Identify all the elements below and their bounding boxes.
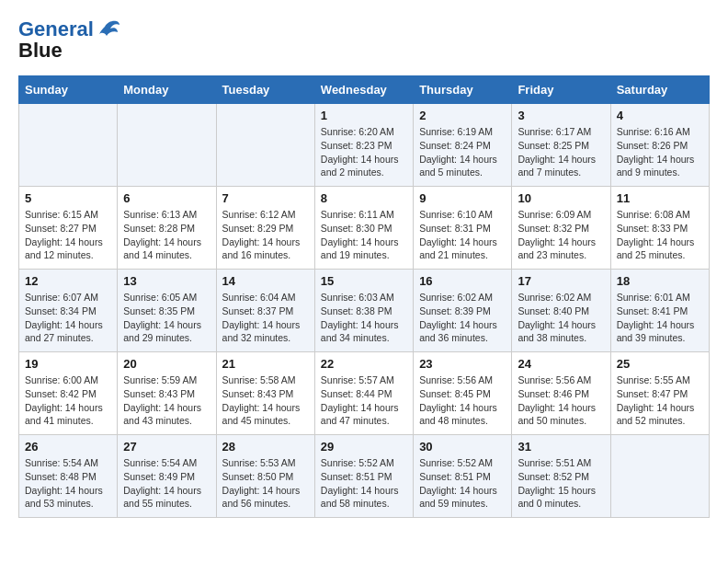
day-number: 21 (222, 357, 309, 371)
day-info: Sunrise: 5:58 AM Sunset: 8:43 PM Dayligh… (222, 373, 309, 428)
day-number: 13 (123, 274, 210, 288)
calendar-week-row: 12Sunrise: 6:07 AM Sunset: 8:34 PM Dayli… (19, 270, 710, 352)
calendar-cell: 2Sunrise: 6:19 AM Sunset: 8:24 PM Daylig… (414, 104, 512, 187)
day-number: 2 (419, 109, 506, 122)
weekday-header-tuesday: Tuesday (216, 76, 314, 104)
day-info: Sunrise: 5:52 AM Sunset: 8:51 PM Dayligh… (419, 456, 506, 511)
day-info: Sunrise: 5:57 AM Sunset: 8:44 PM Dayligh… (321, 373, 407, 428)
weekday-header-saturday: Saturday (610, 76, 709, 104)
weekday-header-wednesday: Wednesday (314, 76, 413, 104)
day-info: Sunrise: 6:00 AM Sunset: 8:42 PM Dayligh… (25, 373, 111, 428)
calendar-cell: 5Sunrise: 6:15 AM Sunset: 8:27 PM Daylig… (19, 187, 118, 270)
calendar-cell: 28Sunrise: 5:53 AM Sunset: 8:50 PM Dayli… (216, 435, 314, 518)
day-number: 19 (25, 357, 111, 371)
day-number: 28 (222, 440, 309, 454)
day-number: 5 (25, 191, 111, 205)
day-number: 9 (419, 191, 506, 205)
day-number: 25 (617, 357, 703, 371)
day-info: Sunrise: 6:16 AM Sunset: 8:26 PM Dayligh… (617, 125, 703, 179)
calendar-cell: 7Sunrise: 6:12 AM Sunset: 8:29 PM Daylig… (216, 187, 314, 270)
day-info: Sunrise: 6:15 AM Sunset: 8:27 PM Dayligh… (25, 208, 111, 262)
calendar-cell: 30Sunrise: 5:52 AM Sunset: 8:51 PM Dayli… (414, 435, 512, 518)
day-info: Sunrise: 6:02 AM Sunset: 8:40 PM Dayligh… (518, 291, 604, 345)
day-info: Sunrise: 5:53 AM Sunset: 8:50 PM Dayligh… (222, 456, 309, 511)
day-number: 14 (222, 274, 309, 288)
calendar-cell: 6Sunrise: 6:13 AM Sunset: 8:28 PM Daylig… (118, 187, 216, 270)
day-number: 23 (419, 357, 506, 371)
calendar-cell: 4Sunrise: 6:16 AM Sunset: 8:26 PM Daylig… (610, 104, 709, 187)
day-info: Sunrise: 6:19 AM Sunset: 8:24 PM Dayligh… (419, 125, 506, 179)
day-number: 17 (518, 274, 604, 288)
calendar-cell (19, 104, 118, 187)
calendar-week-row: 5Sunrise: 6:15 AM Sunset: 8:27 PM Daylig… (19, 187, 710, 270)
day-info: Sunrise: 6:03 AM Sunset: 8:38 PM Dayligh… (321, 291, 407, 345)
logo-text: General (18, 18, 94, 40)
day-info: Sunrise: 6:13 AM Sunset: 8:28 PM Dayligh… (123, 208, 210, 262)
calendar-week-row: 19Sunrise: 6:00 AM Sunset: 8:42 PM Dayli… (19, 352, 710, 435)
day-info: Sunrise: 5:52 AM Sunset: 8:51 PM Dayligh… (321, 456, 407, 511)
day-info: Sunrise: 6:05 AM Sunset: 8:35 PM Dayligh… (123, 291, 210, 345)
day-info: Sunrise: 6:12 AM Sunset: 8:29 PM Dayligh… (222, 208, 309, 262)
day-info: Sunrise: 6:04 AM Sunset: 8:37 PM Dayligh… (222, 291, 309, 345)
calendar-week-row: 1Sunrise: 6:20 AM Sunset: 8:23 PM Daylig… (19, 104, 710, 187)
calendar-cell: 13Sunrise: 6:05 AM Sunset: 8:35 PM Dayli… (118, 270, 216, 352)
day-number: 26 (25, 440, 111, 454)
day-number: 15 (321, 274, 407, 288)
day-info: Sunrise: 6:17 AM Sunset: 8:25 PM Dayligh… (518, 125, 604, 179)
day-info: Sunrise: 5:54 AM Sunset: 8:49 PM Dayligh… (123, 456, 210, 511)
calendar-cell: 19Sunrise: 6:00 AM Sunset: 8:42 PM Dayli… (19, 352, 118, 435)
day-info: Sunrise: 5:56 AM Sunset: 8:45 PM Dayligh… (419, 373, 506, 428)
calendar-cell: 24Sunrise: 5:56 AM Sunset: 8:46 PM Dayli… (512, 352, 610, 435)
day-info: Sunrise: 5:54 AM Sunset: 8:48 PM Dayligh… (25, 456, 111, 511)
calendar-cell (216, 104, 314, 187)
day-number: 27 (123, 440, 210, 454)
day-info: Sunrise: 6:11 AM Sunset: 8:30 PM Dayligh… (321, 208, 407, 262)
day-number: 31 (518, 440, 604, 454)
day-number: 6 (123, 191, 210, 205)
page-header: General Blue (18, 18, 710, 61)
calendar-cell (610, 435, 709, 518)
calendar-cell: 16Sunrise: 6:02 AM Sunset: 8:39 PM Dayli… (414, 270, 512, 352)
day-info: Sunrise: 6:02 AM Sunset: 8:39 PM Dayligh… (419, 291, 506, 345)
day-number: 3 (518, 109, 604, 122)
calendar-cell: 22Sunrise: 5:57 AM Sunset: 8:44 PM Dayli… (314, 352, 413, 435)
weekday-header-thursday: Thursday (414, 76, 512, 104)
calendar-cell (118, 104, 216, 187)
calendar-cell: 21Sunrise: 5:58 AM Sunset: 8:43 PM Dayli… (216, 352, 314, 435)
calendar-cell: 14Sunrise: 6:04 AM Sunset: 8:37 PM Dayli… (216, 270, 314, 352)
day-number: 7 (222, 191, 309, 205)
calendar-header-row: SundayMondayTuesdayWednesdayThursdayFrid… (19, 76, 710, 104)
calendar-week-row: 26Sunrise: 5:54 AM Sunset: 8:48 PM Dayli… (19, 435, 710, 518)
day-info: Sunrise: 6:20 AM Sunset: 8:23 PM Dayligh… (321, 125, 407, 179)
day-number: 24 (518, 357, 604, 371)
day-number: 1 (321, 109, 407, 122)
calendar-cell: 1Sunrise: 6:20 AM Sunset: 8:23 PM Daylig… (314, 104, 413, 187)
day-number: 10 (518, 191, 604, 205)
calendar-cell: 25Sunrise: 5:55 AM Sunset: 8:47 PM Dayli… (610, 352, 709, 435)
day-info: Sunrise: 5:51 AM Sunset: 8:52 PM Dayligh… (518, 456, 604, 511)
weekday-header-monday: Monday (118, 76, 216, 104)
calendar-cell: 9Sunrise: 6:10 AM Sunset: 8:31 PM Daylig… (414, 187, 512, 270)
weekday-header-sunday: Sunday (19, 76, 118, 104)
calendar-cell: 26Sunrise: 5:54 AM Sunset: 8:48 PM Dayli… (19, 435, 118, 518)
day-info: Sunrise: 5:56 AM Sunset: 8:46 PM Dayligh… (518, 373, 604, 428)
day-number: 16 (419, 274, 506, 288)
day-number: 30 (419, 440, 506, 454)
calendar-cell: 11Sunrise: 6:08 AM Sunset: 8:33 PM Dayli… (610, 187, 709, 270)
logo-bird-icon (96, 17, 121, 38)
day-number: 18 (617, 274, 703, 288)
day-number: 29 (321, 440, 407, 454)
day-number: 22 (321, 357, 407, 371)
day-info: Sunrise: 6:08 AM Sunset: 8:33 PM Dayligh… (617, 208, 703, 262)
day-info: Sunrise: 6:09 AM Sunset: 8:32 PM Dayligh… (518, 208, 604, 262)
logo: General Blue (18, 18, 121, 61)
calendar-cell: 8Sunrise: 6:11 AM Sunset: 8:30 PM Daylig… (314, 187, 413, 270)
calendar-cell: 15Sunrise: 6:03 AM Sunset: 8:38 PM Dayli… (314, 270, 413, 352)
day-info: Sunrise: 6:07 AM Sunset: 8:34 PM Dayligh… (25, 291, 111, 345)
day-info: Sunrise: 5:59 AM Sunset: 8:43 PM Dayligh… (123, 373, 210, 428)
day-info: Sunrise: 5:55 AM Sunset: 8:47 PM Dayligh… (617, 373, 703, 428)
calendar-cell: 10Sunrise: 6:09 AM Sunset: 8:32 PM Dayli… (512, 187, 610, 270)
calendar-cell: 3Sunrise: 6:17 AM Sunset: 8:25 PM Daylig… (512, 104, 610, 187)
day-number: 4 (617, 109, 703, 122)
calendar-cell: 23Sunrise: 5:56 AM Sunset: 8:45 PM Dayli… (414, 352, 512, 435)
